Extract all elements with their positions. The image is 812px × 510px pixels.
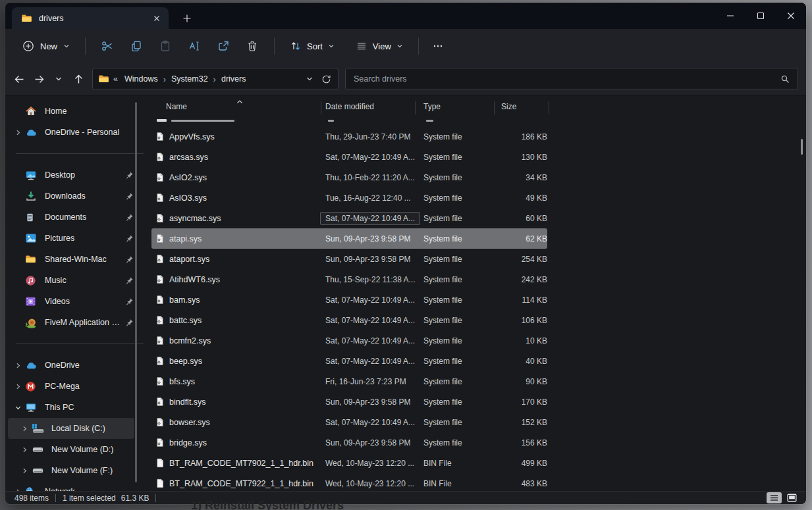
column-divider[interactable] [415, 101, 416, 115]
navigation-pane: HomeOneDrive - PersonalDesktopDownloadsD… [5, 95, 151, 491]
chevron-down-icon[interactable] [13, 404, 22, 411]
file-row[interactable]: AsIO2.sysThu, 10-Feb-22 11:20 A...System… [151, 167, 547, 188]
fivem-icon [25, 317, 38, 328]
recent-locations-button[interactable] [49, 69, 68, 89]
breadcrumb-separator: › [162, 74, 167, 84]
toolbar-divider [274, 38, 275, 55]
column-header-name[interactable]: Name [166, 102, 187, 111]
new-tab-button[interactable] [179, 11, 195, 26]
sidebar-item-videos[interactable]: Videos [8, 291, 134, 312]
large-icons-view-button[interactable] [784, 492, 799, 503]
tab-drivers[interactable]: drivers [12, 7, 169, 29]
sidebar-item-onedrive-personal[interactable]: OneDrive - Personal [8, 122, 134, 143]
up-button[interactable] [68, 69, 88, 89]
column-divider[interactable] [321, 101, 321, 115]
rename-button[interactable] [180, 34, 209, 58]
file-row[interactable]: AtihdWT6.sysThu, 15-Sep-22 11:38 A...Sys… [151, 269, 547, 290]
chevron-right-icon[interactable] [20, 467, 29, 474]
sidebar-item-shared-win-mac[interactable]: Shared-Win-Mac [8, 249, 134, 270]
column-divider[interactable] [494, 101, 495, 115]
column-divider[interactable] [549, 101, 549, 115]
refresh-icon[interactable] [321, 74, 331, 84]
tab-close-button[interactable] [149, 11, 165, 26]
maximize-button[interactable] [745, 3, 776, 29]
column-header-date-modified[interactable]: Date modified [325, 102, 374, 111]
sys-file-icon [155, 371, 166, 392]
file-row[interactable]: bam.sysSat, 07-May-22 10:49 A...System f… [151, 290, 547, 310]
minimize-button[interactable] [715, 3, 745, 29]
sidebar-item-network[interactable]: Network [8, 481, 134, 491]
file-row[interactable]: battc.sysSat, 07-May-22 10:49 A...System… [151, 310, 547, 330]
sidebar-item-music[interactable]: Music [8, 270, 134, 291]
sidebar-item-new-volume-d[interactable]: New Volume (D:) [8, 439, 134, 460]
sidebar-item-this-pc[interactable]: This PC [8, 397, 134, 418]
share-button[interactable] [209, 34, 238, 58]
file-row[interactable]: beep.sysSat, 07-May-22 10:49 A...System … [151, 351, 547, 371]
cut-button[interactable] [93, 34, 122, 58]
search-input[interactable]: Search drivers [345, 68, 798, 90]
pin-icon [125, 171, 134, 180]
file-row[interactable]: bindflt.sysSun, 09-Apr-23 9:58 PMSystem … [151, 392, 547, 412]
file-name: arcsas.sys [169, 147, 208, 167]
address-bar[interactable]: « Windows›System32›drivers [92, 68, 338, 90]
new-button[interactable]: New [14, 34, 78, 58]
chevron-down-icon [396, 43, 403, 49]
search-icon[interactable] [780, 74, 790, 84]
chevron-right-icon[interactable] [13, 129, 22, 136]
chevron-right-icon[interactable] [20, 446, 29, 453]
column-header-type[interactable]: Type [423, 102, 441, 111]
sidebar-item-label: Home [45, 107, 134, 116]
file-row[interactable]: AsIO3.sysTue, 16-Aug-22 12:40 ...System … [151, 188, 547, 208]
breadcrumb-overflow[interactable]: « [109, 74, 121, 84]
column-header-size[interactable]: Size [501, 102, 516, 111]
file-size: 90 KB [501, 371, 547, 392]
file-row[interactable]: bcmfn2.sysSat, 07-May-22 10:49 A...Syste… [151, 330, 547, 351]
sidebar-item-documents[interactable]: Documents [8, 207, 134, 228]
sidebar-item-new-volume-f[interactable]: New Volume (F:) [8, 460, 134, 481]
sidebar-item-downloads[interactable]: Downloads [8, 186, 134, 207]
sidebar-scrollbar[interactable] [135, 102, 137, 482]
cloud-icon [25, 361, 38, 370]
sidebar-item-fivem-application-data[interactable]: FiveM Application Data [8, 312, 134, 333]
sidebar-item-pc-mega[interactable]: PC-Mega [8, 376, 134, 397]
back-button[interactable] [9, 69, 29, 89]
forward-button[interactable] [29, 69, 49, 89]
delete-button[interactable] [238, 34, 267, 58]
file-name: AsIO2.sys [169, 167, 207, 188]
copy-button[interactable] [122, 34, 151, 58]
background-page-heading: 1) Reinstall System Drivers [191, 499, 344, 510]
file-row[interactable]: bfs.sysFri, 16-Jun-23 7:23 PMSystem file… [151, 371, 547, 392]
sidebar-item-home[interactable]: Home [8, 101, 134, 122]
sidebar-item-onedrive[interactable]: OneDrive [8, 355, 134, 376]
breadcrumb-segment-drivers[interactable]: drivers [217, 72, 250, 86]
chevron-right-icon[interactable] [20, 425, 29, 432]
file-row[interactable]: asyncmac.sysSat, 07-May-22 10:49 A...Sys… [151, 208, 547, 228]
paste-button[interactable] [151, 34, 180, 58]
file-row[interactable]: bridge.sysSun, 09-Apr-23 9:58 PMSystem f… [151, 432, 547, 453]
breadcrumb-separator: › [212, 74, 217, 84]
sidebar-divider [16, 153, 144, 154]
list-scrollbar[interactable] [801, 139, 803, 155]
file-name: bcmfn2.sys [169, 330, 211, 351]
address-dropdown-icon[interactable] [306, 75, 313, 83]
breadcrumb-segment-windows[interactable]: Windows [121, 72, 162, 86]
sort-button[interactable]: Sort [282, 34, 342, 58]
chevron-right-icon[interactable] [13, 383, 22, 390]
file-type: System file [423, 330, 462, 351]
file-row[interactable]: AppvVfs.sysThu, 29-Jun-23 7:40 PMSystem … [151, 126, 547, 147]
file-row[interactable]: ataport.sysSun, 09-Apr-23 9:58 PMSystem … [151, 249, 547, 269]
close-button[interactable] [776, 3, 806, 29]
chevron-right-icon[interactable] [13, 362, 22, 369]
sidebar-item-pictures[interactable]: Pictures [8, 228, 134, 249]
file-row[interactable]: bowser.sysSat, 07-May-22 10:49 A...Syste… [151, 412, 547, 432]
address-row: « Windows›System32›drivers Search driver… [5, 63, 806, 95]
file-row[interactable]: BT_RAM_CODE_MT7902_1_1_hdr.binWed, 10-Ma… [151, 453, 547, 473]
file-row[interactable]: atapi.sysSun, 09-Apr-23 9:58 PMSystem fi… [151, 228, 547, 249]
sidebar-item-local-disk-c[interactable]: Local Disk (C:) [8, 418, 134, 439]
details-view-button[interactable] [767, 492, 782, 503]
breadcrumb-segment-system32[interactable]: System32 [167, 72, 212, 86]
more-options-button[interactable] [426, 34, 450, 58]
sidebar-item-desktop[interactable]: Desktop [8, 165, 134, 186]
view-button[interactable]: View [348, 34, 411, 58]
file-row[interactable]: arcsas.sysSat, 07-May-22 10:49 A...Syste… [151, 147, 547, 167]
